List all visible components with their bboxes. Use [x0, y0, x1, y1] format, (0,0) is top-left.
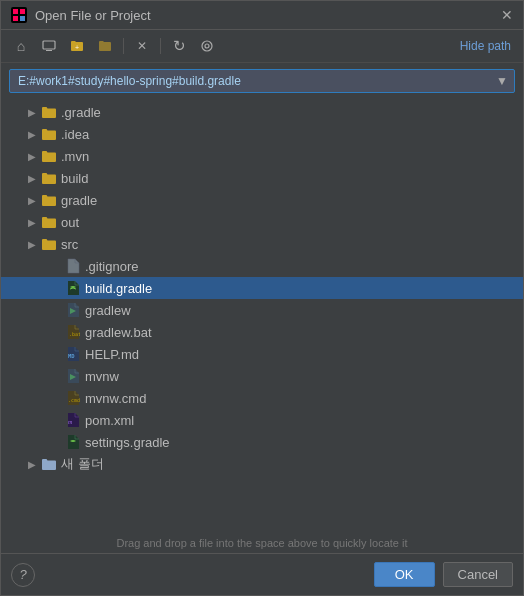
tree-item-label: gradlew: [85, 303, 131, 318]
desktop-button[interactable]: [37, 35, 61, 57]
path-dropdown-button[interactable]: ▼: [490, 72, 514, 90]
svg-text:+: +: [75, 44, 79, 51]
dialog-title: Open File or Project: [35, 8, 493, 23]
tree-item-label: gradlew.bat: [85, 325, 152, 340]
home-button[interactable]: ⌂: [9, 35, 33, 57]
svg-rect-4: [20, 16, 25, 21]
cmd-file-icon: .cmd: [65, 390, 81, 406]
svg-text:m: m: [68, 419, 73, 425]
tree-item-mvnwcmd[interactable]: ▶ .cmd mvnw.cmd: [1, 387, 523, 409]
exe-file-icon: [65, 302, 81, 318]
folder-icon: [41, 170, 57, 186]
tree-item-build-folder[interactable]: ▶ build: [1, 167, 523, 189]
folder-icon: [41, 192, 57, 208]
tree-item-label: src: [61, 237, 78, 252]
path-bar: ▼: [9, 69, 515, 93]
file-generic-icon: [65, 258, 81, 274]
tree-item-label: build: [61, 171, 88, 186]
refresh-button[interactable]: ↻: [167, 35, 191, 57]
svg-rect-5: [43, 41, 55, 49]
file-tree: ▶ .gradle ▶ .idea ▶ .mvn ▶ build ▶ gradl…: [1, 99, 523, 533]
tree-item-label: mvnw: [85, 369, 119, 384]
hint-text: Drag and drop a file into the space abov…: [1, 533, 523, 553]
tree-item-gradlew[interactable]: ▶ gradlew: [1, 299, 523, 321]
tree-item-label: settings.gradle: [85, 435, 170, 450]
svg-rect-6: [46, 50, 52, 51]
tree-item-label: mvnw.cmd: [85, 391, 146, 406]
tree-item-label: .gradle: [61, 105, 101, 120]
tree-item-label: out: [61, 215, 79, 230]
ok-button[interactable]: OK: [374, 562, 435, 587]
toolbar-sep-2: [160, 38, 161, 54]
svg-rect-2: [20, 9, 25, 14]
md-file-icon: MD: [65, 346, 81, 362]
gradle-file-icon: [65, 280, 81, 296]
title-bar: Open File or Project ✕: [1, 1, 523, 30]
gradle2-file-icon: [65, 434, 81, 450]
toolbar: ⌂ + ✕ ↻ Hide path: [1, 30, 523, 63]
folder-icon: [41, 148, 57, 164]
tree-item-gradlewbat[interactable]: ▶ .bat gradlew.bat: [1, 321, 523, 343]
tree-arrow: ▶: [25, 105, 39, 119]
tree-item-gradle-folder[interactable]: ▶ gradle: [1, 189, 523, 211]
tree-item-mvnw[interactable]: ▶ mvnw: [1, 365, 523, 387]
folder-new-button[interactable]: +: [65, 35, 89, 57]
exe2-file-icon: [65, 368, 81, 384]
tree-item-label: .mvn: [61, 149, 89, 164]
help-button[interactable]: ?: [11, 563, 35, 587]
xml-file-icon: m: [65, 412, 81, 428]
hide-path-button[interactable]: Hide path: [456, 37, 515, 55]
tree-arrow: ▶: [25, 457, 39, 471]
tree-item-out[interactable]: ▶ out: [1, 211, 523, 233]
tree-item-buildgradle[interactable]: ▶ build.gradle: [1, 277, 523, 299]
open-file-dialog: Open File or Project ✕ ⌂ + ✕ ↻ Hide path…: [0, 0, 524, 596]
tree-item-gradle[interactable]: ▶ .gradle: [1, 101, 523, 123]
tree-arrow: ▶: [25, 237, 39, 251]
bat-file-icon: .bat: [65, 324, 81, 340]
tree-item-gitignore[interactable]: ▶ .gitignore: [1, 255, 523, 277]
tree-arrow: ▶: [25, 171, 39, 185]
bottom-bar: ? OK Cancel: [1, 553, 523, 595]
svg-text:.cmd: .cmd: [68, 397, 80, 403]
tree-item-label: pom.xml: [85, 413, 134, 428]
folder-new2-icon: [41, 456, 57, 472]
tree-arrow: ▶: [25, 127, 39, 141]
svg-text:MD: MD: [68, 353, 75, 359]
tree-item-label: 새 폴더: [61, 455, 104, 473]
svg-text:.bat: .bat: [69, 331, 80, 337]
bookmark-button[interactable]: [195, 35, 219, 57]
svg-point-8: [202, 41, 212, 51]
folder-icon: [41, 236, 57, 252]
toolbar-sep-1: [123, 38, 124, 54]
folder-icon: [41, 214, 57, 230]
folder-button[interactable]: [93, 35, 117, 57]
tree-item-mvn[interactable]: ▶ .mvn: [1, 145, 523, 167]
tree-arrow: ▶: [25, 149, 39, 163]
tree-arrow: ▶: [25, 215, 39, 229]
svg-rect-3: [13, 16, 18, 21]
tree-item-label: .gitignore: [85, 259, 138, 274]
folder-icon: [41, 126, 57, 142]
tree-item-src[interactable]: ▶ src: [1, 233, 523, 255]
delete-button[interactable]: ✕: [130, 35, 154, 57]
svg-rect-1: [13, 9, 18, 14]
svg-point-9: [205, 44, 209, 48]
tree-arrow: ▶: [25, 193, 39, 207]
tree-item-label: gradle: [61, 193, 97, 208]
tree-item-pomxml[interactable]: ▶ m pom.xml: [1, 409, 523, 431]
tree-item-idea[interactable]: ▶ .idea: [1, 123, 523, 145]
tree-item-label: .idea: [61, 127, 89, 142]
app-logo: [11, 7, 27, 23]
tree-item-helpmd[interactable]: ▶ MD HELP.md: [1, 343, 523, 365]
tree-item-newfolder[interactable]: ▶ 새 폴더: [1, 453, 523, 475]
path-input[interactable]: [10, 70, 490, 92]
tree-item-label: HELP.md: [85, 347, 139, 362]
close-button[interactable]: ✕: [501, 8, 513, 22]
tree-item-settingsgradle[interactable]: ▶ settings.gradle: [1, 431, 523, 453]
tree-item-label: build.gradle: [85, 281, 152, 296]
cancel-button[interactable]: Cancel: [443, 562, 513, 587]
folder-icon: [41, 104, 57, 120]
